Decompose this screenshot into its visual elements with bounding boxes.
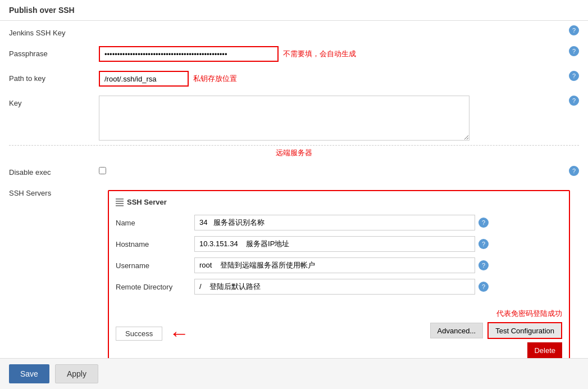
ssh-name-label: Name bbox=[116, 219, 194, 227]
ssh-username-label: Username bbox=[116, 261, 194, 270]
passphrase-input[interactable] bbox=[99, 46, 279, 62]
ssh-hostname-help-icon[interactable]: ? bbox=[478, 239, 489, 249]
passphrase-annotation: 不需要填，会自动生成 bbox=[283, 49, 356, 59]
ssh-name-input[interactable] bbox=[194, 215, 475, 230]
path-to-key-label: Path to key bbox=[9, 71, 99, 83]
key-control bbox=[99, 96, 567, 141]
annotation-above: 代表免密码登陆成功 bbox=[496, 309, 562, 319]
delete-button[interactable]: Delete bbox=[527, 342, 562, 358]
ssh-server-header: SSH Server bbox=[116, 198, 562, 206]
ssh-servers-section: SSH Server Name ? Hostname ? Username bbox=[108, 190, 570, 366]
passphrase-row: Passphrase 不需要填，会自动生成 ? bbox=[0, 42, 588, 66]
advanced-button[interactable]: Advanced... bbox=[430, 323, 484, 338]
remote-server-label: 远端服务器 bbox=[9, 145, 579, 160]
path-to-key-row: Path to key 私钥存放位置 ? bbox=[0, 66, 588, 91]
test-configuration-button[interactable]: Test Configuration bbox=[487, 322, 562, 339]
key-label: Key bbox=[9, 96, 99, 107]
path-to-key-annotation: 私钥存放位置 bbox=[193, 74, 237, 84]
key-help-icon[interactable]: ? bbox=[569, 96, 579, 106]
ssh-remote-dir-input[interactable] bbox=[194, 279, 475, 295]
arrow-container: ← bbox=[169, 323, 189, 343]
ssh-server-title: SSH Server bbox=[127, 198, 167, 206]
ssh-servers-label: SSH Servers bbox=[9, 186, 99, 197]
ssh-username-input[interactable] bbox=[194, 257, 475, 273]
path-to-key-help-icon[interactable]: ? bbox=[569, 71, 579, 81]
save-button[interactable]: Save bbox=[9, 364, 49, 383]
ssh-remote-dir-help-icon[interactable]: ? bbox=[478, 282, 489, 292]
ssh-remote-dir-label: Remote Directory bbox=[116, 283, 194, 291]
ssh-username-row: Username ? bbox=[116, 255, 562, 276]
footer-bar: Save Apply bbox=[0, 358, 588, 389]
ssh-servers-row: SSH Servers SSH Server Name ? bbox=[0, 181, 588, 375]
section-title: Publish over SSH bbox=[0, 0, 588, 21]
apply-button[interactable]: Apply bbox=[55, 364, 98, 383]
disable-exec-label: Disable exec bbox=[9, 165, 99, 177]
success-area: Success ← bbox=[116, 323, 189, 343]
ssh-remote-dir-row: Remote Directory ? bbox=[116, 276, 562, 297]
ssh-name-row: Name ? bbox=[116, 212, 562, 233]
left-arrow-icon: ← bbox=[169, 323, 189, 343]
passphrase-control: 不需要填，会自动生成 bbox=[99, 46, 567, 62]
path-to-key-control: 私钥存放位置 bbox=[99, 71, 567, 87]
ssh-username-help-icon[interactable]: ? bbox=[478, 260, 489, 270]
disable-exec-row: Disable exec ? bbox=[0, 160, 588, 181]
drag-handle[interactable] bbox=[116, 198, 124, 206]
passphrase-label: Passphrase bbox=[9, 46, 99, 58]
page-wrapper: Publish over SSH Jenkins SSH Key ? Passp… bbox=[0, 0, 588, 389]
ssh-actions: Success ← 代表免密码登陆成功 Advanced... Test Con… bbox=[116, 304, 562, 358]
path-to-key-input[interactable] bbox=[99, 71, 189, 87]
disable-exec-checkbox[interactable] bbox=[99, 167, 106, 174]
ssh-right-actions: 代表免密码登陆成功 Advanced... Test Configuration… bbox=[430, 309, 562, 358]
disable-exec-help-icon[interactable]: ? bbox=[569, 166, 579, 176]
ssh-name-help-icon[interactable]: ? bbox=[478, 218, 489, 228]
key-row: Key ? bbox=[0, 91, 588, 145]
passphrase-help-icon[interactable]: ? bbox=[569, 46, 579, 56]
ssh-servers-content: SSH Server Name ? Hostname ? Username bbox=[99, 186, 579, 370]
jenkins-ssh-key-label: Jenkins SSH Key bbox=[9, 25, 99, 37]
key-textarea[interactable] bbox=[99, 96, 470, 141]
ssh-hostname-input[interactable] bbox=[194, 236, 475, 252]
jenkins-ssh-key-help-icon[interactable]: ? bbox=[569, 25, 579, 35]
ssh-hostname-label: Hostname bbox=[116, 240, 194, 248]
jenkins-ssh-key-row: Jenkins SSH Key ? bbox=[0, 21, 588, 42]
buttons-row: Advanced... Test Configuration bbox=[430, 322, 562, 339]
success-box: Success bbox=[116, 327, 162, 341]
ssh-hostname-row: Hostname ? bbox=[116, 233, 562, 255]
